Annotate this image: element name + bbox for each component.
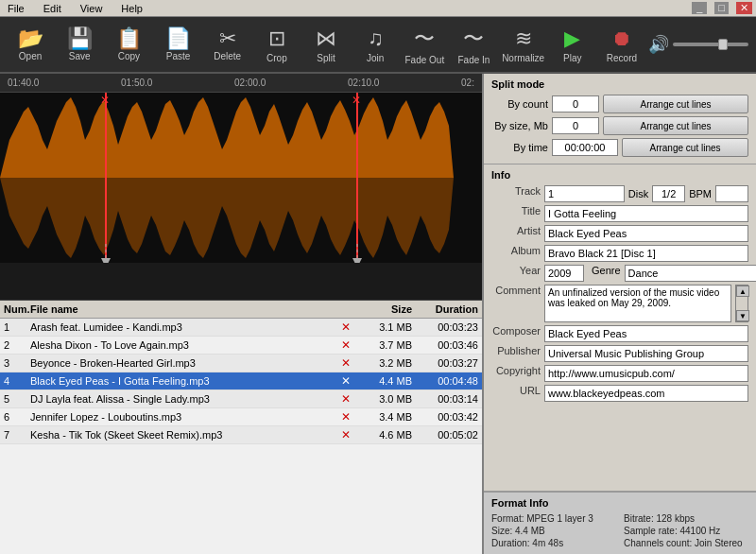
composer-input[interactable] xyxy=(544,325,748,342)
file-num-3: 3 xyxy=(4,357,30,369)
minimize-button[interactable]: _ xyxy=(692,2,707,14)
channels-value: Channels count: Join Stereo xyxy=(624,538,748,548)
arrange-time-button[interactable]: Arrange cut lines xyxy=(622,138,748,157)
split-count-input[interactable] xyxy=(552,95,599,113)
file-dur-4: 00:04:48 xyxy=(412,375,478,387)
open-button[interactable]: 📂 Open xyxy=(8,20,53,69)
url-input[interactable] xyxy=(544,385,748,402)
normalize-button[interactable]: ≋ Normalize xyxy=(501,20,546,69)
track-input[interactable] xyxy=(544,185,625,202)
file-list: Num. File name Size Duration 1 Arash fea… xyxy=(0,301,482,554)
comment-scroll-down[interactable]: ▼ xyxy=(736,310,749,321)
open-icon: 📂 xyxy=(18,28,43,49)
timeline-label-3: 02:00.0 xyxy=(234,78,266,88)
fade-in-label: Fade In xyxy=(458,55,490,65)
crop-icon: ⊡ xyxy=(268,26,285,51)
col-header-name: File name xyxy=(30,303,341,315)
copy-button[interactable]: 📋 Copy xyxy=(106,20,151,69)
file-num-4: 4 xyxy=(4,375,30,387)
paste-button[interactable]: 📄 Paste xyxy=(155,20,200,69)
menu-file[interactable]: File xyxy=(4,2,28,15)
publisher-input[interactable] xyxy=(544,345,748,362)
format-info-section: Format Info Format: MPEG 1 layer 3 Bitra… xyxy=(484,492,756,554)
split-count-label: By count xyxy=(491,98,548,110)
album-input[interactable] xyxy=(544,245,748,262)
waveform-canvas[interactable]: // This will be rendered as static SVG p… xyxy=(0,93,482,263)
file-name-1: Arash feat. Lumidee - Kandi.mp3 xyxy=(30,321,341,333)
file-row-1[interactable]: 1 Arash feat. Lumidee - Kandi.mp3 ✕ 3.1 … xyxy=(0,319,482,337)
timeline-label-4: 02:10.0 xyxy=(348,78,379,88)
file-size-4: 4.4 MB xyxy=(360,375,412,387)
file-dur-2: 00:03:46 xyxy=(412,339,478,351)
split-size-input[interactable] xyxy=(552,117,599,134)
title-input[interactable] xyxy=(544,205,748,222)
file-size-3: 3.2 MB xyxy=(360,357,412,369)
info-album-row: Album xyxy=(491,245,748,262)
artist-input[interactable] xyxy=(544,225,748,242)
split-time-label: By time xyxy=(491,142,548,153)
file-row-2[interactable]: 2 Alesha Dixon - To Love Again.mp3 ✕ 3.7… xyxy=(0,337,482,355)
genre-input[interactable] xyxy=(625,265,756,282)
volume-slider[interactable] xyxy=(673,43,748,46)
comment-textarea[interactable] xyxy=(544,285,731,322)
split-button[interactable]: ⋈ Split xyxy=(303,20,349,69)
file-delete-7[interactable]: ✕ xyxy=(341,428,360,441)
comment-scroll-up[interactable]: ▲ xyxy=(736,286,749,297)
fade-in-button[interactable]: 〜 Fade In xyxy=(451,20,496,69)
file-delete-5[interactable]: ✕ xyxy=(341,392,360,406)
split-time-input[interactable] xyxy=(552,139,618,156)
timeline-label-2: 01:50.0 xyxy=(121,78,152,88)
menu-help[interactable]: Help xyxy=(117,2,146,15)
file-delete-1[interactable]: ✕ xyxy=(341,320,360,334)
file-num-1: 1 xyxy=(4,321,30,333)
split-mode-header: Split mode xyxy=(491,78,748,91)
file-dur-3: 00:03:27 xyxy=(412,357,478,369)
join-button[interactable]: ♫ Join xyxy=(352,20,398,69)
menu-edit[interactable]: Edit xyxy=(40,2,65,15)
file-delete-6[interactable]: ✕ xyxy=(341,410,360,424)
genre-label: Genre xyxy=(592,265,621,276)
fade-out-button[interactable]: 〜 Fade Out xyxy=(402,20,447,69)
bpm-input[interactable] xyxy=(715,185,748,202)
maximize-button[interactable]: □ xyxy=(714,2,729,14)
album-label: Album xyxy=(491,245,541,256)
file-name-6: Jennifer Lopez - Louboutins.mp3 xyxy=(30,411,341,423)
file-delete-4[interactable]: ✕ xyxy=(341,374,360,388)
close-button[interactable]: ✕ xyxy=(736,2,752,14)
file-row-6[interactable]: 6 Jennifer Lopez - Louboutins.mp3 ✕ 3.4 … xyxy=(0,408,482,426)
file-size-6: 3.4 MB xyxy=(360,411,412,423)
disk-label: Disk xyxy=(628,188,648,199)
arrange-size-button[interactable]: Arrange cut lines xyxy=(603,116,748,135)
file-size-1: 3.1 MB xyxy=(360,321,412,333)
bpm-label: BPM xyxy=(689,188,712,199)
save-button[interactable]: 💾 Save xyxy=(57,20,102,69)
year-input[interactable] xyxy=(544,265,584,282)
menu-view[interactable]: View xyxy=(77,2,107,15)
save-icon: 💾 xyxy=(67,28,93,49)
record-button[interactable]: ⏺ Record xyxy=(599,20,644,69)
play-button[interactable]: ▶ Play xyxy=(550,20,595,69)
file-row-4[interactable]: 4 Black Eyed Peas - I Gotta Feeling.mp3 … xyxy=(0,372,482,390)
file-name-3: Beyonce - Broken-Hearted Girl.mp3 xyxy=(30,357,341,369)
file-delete-2[interactable]: ✕ xyxy=(341,338,360,352)
copyright-input[interactable] xyxy=(544,365,748,382)
file-size-2: 3.7 MB xyxy=(360,339,412,351)
col-header-size: Size xyxy=(360,303,412,315)
file-row-7[interactable]: 7 Kesha - Tik Tok (Skeet Skeet Remix).mp… xyxy=(0,426,482,444)
arrange-count-button[interactable]: Arrange cut lines xyxy=(603,95,748,113)
file-name-4: Black Eyed Peas - I Gotta Feeling.mp3 xyxy=(30,375,341,387)
file-row-5[interactable]: 5 DJ Layla feat. Alissa - Single Lady.mp… xyxy=(0,390,482,408)
crop-button[interactable]: ⊡ Crop xyxy=(254,20,300,69)
file-num-5: 5 xyxy=(4,393,30,405)
title-label: Title xyxy=(491,205,541,216)
disk-input[interactable] xyxy=(652,185,685,202)
col-header-dur: Duration xyxy=(412,303,478,315)
file-row-3[interactable]: 3 Beyonce - Broken-Hearted Girl.mp3 ✕ 3.… xyxy=(0,355,482,372)
fade-out-icon: 〜 xyxy=(414,25,435,53)
file-delete-3[interactable]: ✕ xyxy=(341,356,360,370)
toolbar: 📂 Open 💾 Save 📋 Copy 📄 Paste ✂ Delete ⊡ … xyxy=(0,17,756,74)
file-num-2: 2 xyxy=(4,339,30,351)
delete-button[interactable]: ✂ Delete xyxy=(205,20,250,69)
record-icon: ⏺ xyxy=(611,26,632,51)
left-panel: 01:40.0 01:50.0 02:00.0 02:10.0 02: // T… xyxy=(0,74,482,554)
